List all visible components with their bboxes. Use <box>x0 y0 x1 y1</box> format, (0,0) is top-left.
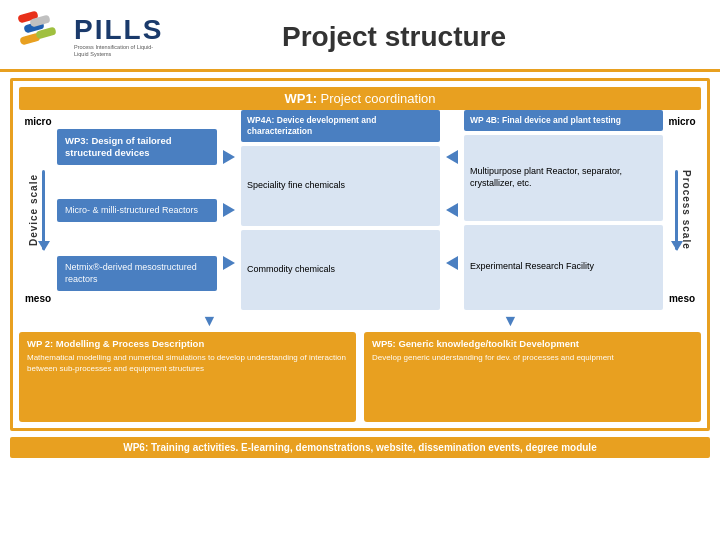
wp6-bar: WP6: Training activities. E-learning, de… <box>10 437 710 458</box>
process-scale-label: Process scale <box>681 170 692 250</box>
wp3-bot-box: Netmix®-derived mesostructured reactors <box>57 256 217 291</box>
arrow-right-3 <box>223 256 235 270</box>
down-arrow-2: ▼ <box>503 312 519 330</box>
wp4a-column: WP4A: Device development and characteriz… <box>241 110 440 310</box>
wp4b-column: WP 4B: Final device and plant testing Mu… <box>464 110 663 310</box>
wp1-label-bold: WP1: <box>284 91 317 106</box>
wp3-sub2-text: Netmix®-derived mesostructured reactors <box>65 262 197 284</box>
wp3-mid-box: Micro- & milli-structured Reactors <box>57 199 217 223</box>
logo-text-group: PILLS Process Intensification of Liquid-… <box>74 16 164 57</box>
meso-label-left: meso <box>25 293 51 304</box>
wp3-title: WP3: Design of tailored structured devic… <box>65 135 209 160</box>
wp5-title: WP5: Generic knowledge/toolkit Developme… <box>372 338 693 349</box>
page-title: Project structure <box>164 21 704 53</box>
wp1-label-normal: Project coordination <box>317 91 436 106</box>
wp4b-cell1: Multipurpose plant Reactor, separator, c… <box>464 135 663 220</box>
wp4a-cell2: Commodity chemicals <box>241 230 440 310</box>
wp2-body: Mathematical modelling and numerical sim… <box>27 352 348 374</box>
micro-label-left: micro <box>24 116 51 127</box>
wp3-column: WP3: Design of tailored structured devic… <box>57 110 217 310</box>
arrow-left-2 <box>446 203 458 217</box>
wp2-title: WP 2: Modelling & Process Description <box>27 338 348 349</box>
logo-area: PILLS Process Intensification of Liquid-… <box>16 11 164 63</box>
logo-sub-text: Process Intensification of Liquid-Liquid… <box>74 44 164 57</box>
meso-label-right: meso <box>669 293 695 304</box>
wp6-label: WP6: Training activities. E-learning, de… <box>123 442 596 453</box>
wp4a-cell1: Speciality fine chemicals <box>241 146 440 226</box>
middle-section: micro Device scale meso WP3: Design of t… <box>19 110 701 310</box>
wp3-top-box: WP3: Design of tailored structured devic… <box>57 129 217 166</box>
arrow-left-1 <box>446 150 458 164</box>
arrow-left-3 <box>446 256 458 270</box>
header: PILLS Process Intensification of Liquid-… <box>0 0 720 72</box>
bottom-section: WP 2: Modelling & Process Description Ma… <box>19 332 701 422</box>
wp4a-header: WP4A: Device development and characteriz… <box>241 110 440 142</box>
arrow-right-2 <box>223 203 235 217</box>
wp4b-header: WP 4B: Final device and plant testing <box>464 110 663 131</box>
wp5-box: WP5: Generic knowledge/toolkit Developme… <box>364 332 701 422</box>
wp2-box: WP 2: Modelling & Process Description Ma… <box>19 332 356 422</box>
arrow-right-1 <box>223 150 235 164</box>
wp5-body: Develop generic understanding for dev. o… <box>372 352 693 363</box>
logo-text: PILLS <box>74 16 164 44</box>
pills-logo-icon <box>16 11 68 63</box>
wp3-sub1-text: Micro- & milli-structured Reactors <box>65 205 198 215</box>
wp1-bar: WP1: Project coordination <box>19 87 701 110</box>
outer-border: WP1: Project coordination micro Device s… <box>10 78 710 431</box>
wp4b-cell2: Experimental Research Facility <box>464 225 663 310</box>
down-arrow-1: ▼ <box>202 312 218 330</box>
micro-label-right: micro <box>668 116 695 127</box>
device-scale-label: Device scale <box>28 174 39 246</box>
